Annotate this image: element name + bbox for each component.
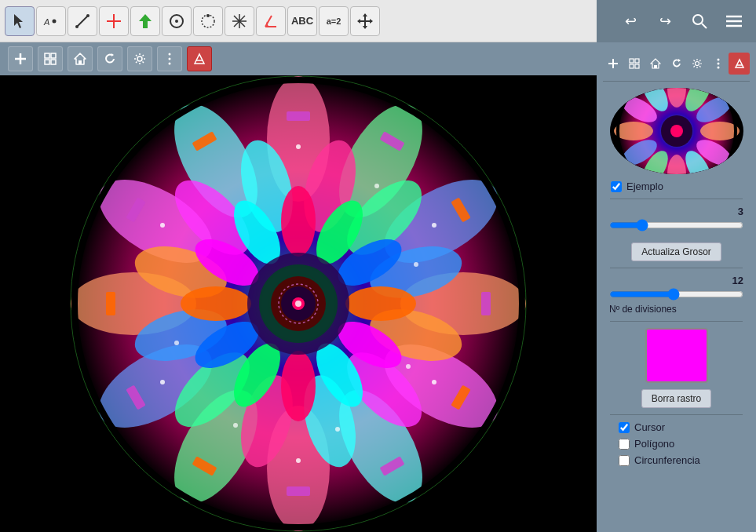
divisiones-section: 12 Nº de divisiones	[603, 275, 750, 315]
svg-marker-0	[14, 14, 23, 28]
svg-line-26	[702, 24, 707, 28]
preview-image	[610, 88, 743, 174]
svg-line-18	[265, 16, 272, 27]
panel-settings-button[interactable]	[687, 53, 708, 75]
svg-rect-118	[630, 64, 634, 68]
svg-point-91	[296, 458, 301, 463]
angle-tool[interactable]	[256, 6, 286, 36]
svg-marker-122	[678, 59, 681, 62]
grosor-section: 3	[603, 206, 750, 236]
divisiones-label: Nº de divisiones	[609, 304, 743, 315]
svg-point-124	[717, 58, 719, 60]
circunferencia-checkbox[interactable]	[619, 455, 630, 466]
cursor-tool[interactable]	[5, 6, 35, 36]
paint-active-button[interactable]	[187, 46, 212, 71]
settings-button[interactable]	[127, 46, 152, 71]
dotcircle-tool[interactable]	[193, 6, 223, 36]
redo-button[interactable]: ↪	[651, 7, 679, 35]
svg-rect-37	[79, 60, 82, 64]
svg-point-12	[206, 14, 210, 17]
panel-more-button[interactable]	[708, 53, 729, 75]
circle-tool[interactable]	[162, 6, 192, 36]
svg-point-142	[670, 125, 683, 137]
line-tool[interactable]	[68, 6, 97, 36]
svg-point-41	[169, 58, 171, 60]
cursor-checkbox[interactable]	[619, 422, 630, 433]
svg-point-42	[169, 63, 171, 65]
svg-point-25	[693, 15, 703, 24]
svg-point-87	[295, 301, 301, 307]
svg-point-123	[696, 61, 699, 65]
cross-tool[interactable]	[99, 6, 129, 36]
svg-point-5	[86, 14, 89, 17]
search-button[interactable]	[685, 7, 714, 35]
svg-rect-116	[630, 59, 634, 63]
svg-point-126	[717, 66, 719, 68]
divisiones-slider[interactable]	[609, 288, 743, 301]
panel-home-button[interactable]	[645, 53, 666, 75]
arrow-tool[interactable]	[130, 6, 160, 36]
svg-rect-117	[635, 59, 639, 63]
more-options-button[interactable]	[157, 46, 182, 71]
borra-rastro-button[interactable]: Borra rastro	[641, 389, 711, 408]
svg-rect-32	[45, 53, 49, 58]
star-tool[interactable]	[225, 6, 254, 36]
svg-rect-121	[654, 65, 657, 68]
poligono-label[interactable]: Polígono	[634, 438, 674, 450]
svg-point-89	[432, 223, 436, 228]
text-tool[interactable]: ABC	[287, 6, 317, 36]
canvas-area[interactable]	[0, 75, 597, 532]
poligono-checkbox[interactable]	[619, 439, 630, 450]
add-button[interactable]	[8, 46, 33, 71]
measure-tool[interactable]: a=2	[319, 6, 349, 36]
divider-2	[610, 268, 742, 268]
panel-add-button[interactable]	[603, 53, 624, 75]
canvas-secondary-toolbar	[0, 42, 597, 75]
svg-marker-38	[111, 53, 114, 56]
refresh-button[interactable]	[97, 46, 122, 71]
panel-paint-button[interactable]	[729, 53, 750, 75]
top-right-toolbar: ↩ ↪	[597, 0, 756, 42]
svg-rect-103	[481, 292, 491, 315]
svg-point-73	[345, 286, 416, 321]
panel-refresh-button[interactable]	[666, 53, 687, 75]
circunferencia-row: Circunferencia	[611, 454, 750, 466]
svg-rect-33	[51, 53, 56, 58]
svg-marker-22	[363, 26, 367, 29]
panel-grid-button[interactable]	[624, 53, 645, 75]
svg-point-97	[335, 427, 340, 432]
svg-point-10	[175, 20, 178, 23]
grosor-value: 3	[609, 206, 743, 217]
color-swatch[interactable]	[645, 328, 708, 383]
undo-button[interactable]: ↩	[616, 7, 645, 35]
svg-point-132	[700, 122, 740, 140]
move-tool[interactable]	[350, 6, 380, 36]
svg-point-95	[414, 262, 418, 267]
svg-point-99	[174, 341, 179, 345]
svg-marker-24	[370, 19, 373, 24]
grid-view-button[interactable]	[38, 46, 63, 71]
circunferencia-label[interactable]: Circunferencia	[634, 454, 700, 466]
svg-point-98	[233, 423, 238, 428]
svg-marker-21	[363, 13, 367, 16]
svg-marker-23	[357, 19, 360, 24]
actualiza-grosor-button[interactable]: Actualiza Grosor	[631, 242, 721, 261]
svg-text:A: A	[43, 17, 49, 27]
home-button[interactable]	[68, 46, 93, 71]
ejemplo-checkbox[interactable]	[611, 181, 622, 192]
ejemplo-label[interactable]: Ejemplo	[626, 180, 663, 192]
svg-rect-109	[106, 292, 115, 315]
svg-point-93	[160, 223, 165, 228]
ejemplo-row: Ejemplo	[603, 180, 750, 192]
point-tool[interactable]: A	[36, 6, 66, 36]
cursor-label[interactable]: Cursor	[634, 421, 665, 433]
svg-line-4	[77, 16, 88, 27]
divider-3	[610, 321, 742, 322]
svg-point-79	[181, 286, 251, 321]
svg-point-94	[374, 184, 379, 188]
right-panel: Ejemplo 3 Actualiza Grosor 12 Nº de divi…	[597, 42, 756, 532]
divider-4	[610, 414, 742, 415]
grosor-slider[interactable]	[609, 219, 743, 231]
menu-button[interactable]	[720, 7, 748, 35]
svg-point-39	[137, 56, 142, 61]
